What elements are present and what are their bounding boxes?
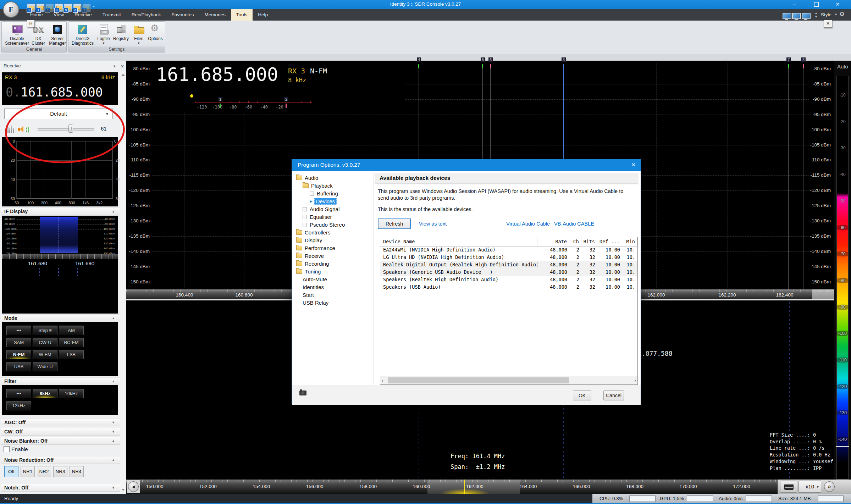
- if-display-header[interactable]: IF Display ▲: [1, 207, 120, 215]
- table-hscrollbar[interactable]: ‹›: [380, 376, 637, 385]
- tree-item-playback[interactable]: Playback: [303, 182, 333, 189]
- tree-item-controllers[interactable]: Controllers: [296, 229, 331, 236]
- colorbar-auto-label[interactable]: Auto: [834, 63, 851, 70]
- mode-button-[interactable]: •••: [6, 326, 31, 335]
- style-menu[interactable]: Style: [821, 12, 831, 17]
- table-row[interactable]: Speakers (USB Audio)48,00023210.0010.: [380, 283, 637, 291]
- noise-reduction-button-nr1[interactable]: NR1: [21, 466, 35, 477]
- quick-access-item-7[interactable]: 7: [82, 4, 91, 12]
- tree-item-tuning[interactable]: Tuning: [296, 268, 321, 275]
- view-as-text-link[interactable]: View as text: [419, 221, 447, 227]
- filter-button-12khz[interactable]: 12kHz: [6, 401, 31, 410]
- mode-button-wideu[interactable]: Wide-U: [33, 362, 57, 371]
- table-column-header[interactable]: Bits: [581, 237, 597, 246]
- mode-button-usb[interactable]: USB: [6, 362, 31, 371]
- camera-icon[interactable]: [299, 391, 306, 395]
- table-column-header[interactable]: Device Name: [380, 237, 537, 246]
- table-row[interactable]: LG Ultra HD (NVIDIA High Definition Audi…: [380, 254, 637, 261]
- quick-access-item-3[interactable]: 3: [45, 4, 54, 12]
- options-button[interactable]: ⚙Options: [142, 23, 168, 49]
- noise-reduction-button-nr2[interactable]: NR2: [37, 466, 51, 477]
- panel-collapse-icon[interactable]: ▼: [113, 62, 116, 71]
- quick-access-item-5[interactable]: 5: [64, 4, 72, 12]
- keyboard-entry-button[interactable]: [780, 481, 797, 493]
- table-column-header[interactable]: Rate: [537, 237, 569, 246]
- mode-button-cwu[interactable]: CW-U: [33, 338, 57, 347]
- gear-icon[interactable]: ⚙: [839, 11, 845, 18]
- mode-header[interactable]: Mode ▲: [1, 314, 120, 322]
- volume-slider[interactable]: [38, 128, 94, 131]
- quick-access-item-6[interactable]: 6: [73, 4, 82, 12]
- stack-arrows-icon[interactable]: ▲▼: [814, 11, 818, 18]
- tree-item-start[interactable]: Start: [303, 291, 314, 299]
- bottom-frequency-ruler[interactable]: 150.000152.000154.000156.000158.000160.0…: [126, 480, 851, 494]
- noise-blanker-header[interactable]: Noise Blanker: Off ▲: [1, 437, 120, 445]
- marker-flag-8[interactable]: 8: [801, 57, 806, 62]
- maximize-button[interactable]: [809, 0, 824, 9]
- noise-reduction-button-nr4[interactable]: NR4: [70, 466, 84, 477]
- table-column-header[interactable]: Ch: [569, 237, 581, 246]
- filter-button-10khz[interactable]: 10kHz: [59, 389, 84, 398]
- tab-help[interactable]: Help: [253, 9, 273, 21]
- vb-audio-cable-link[interactable]: VB-Audio CABLE: [554, 221, 594, 227]
- cw-header[interactable]: CW: Off ▼: [1, 428, 120, 436]
- tab-tools[interactable]: Tools: [231, 9, 253, 21]
- marker-flag-7[interactable]: 7: [786, 57, 791, 62]
- colorbar-marker-line[interactable]: [836, 446, 849, 447]
- scrollbar-thumb[interactable]: [388, 377, 569, 383]
- noise-reduction-header[interactable]: Noise Reduction: Off ▲: [1, 456, 120, 464]
- filter-header[interactable]: Filter ▲: [1, 377, 120, 385]
- profile-dropdown[interactable]: Default ▼: [4, 109, 113, 119]
- marker-flag-4[interactable]: 4: [417, 57, 421, 62]
- sidebar-scrollbar[interactable]: [120, 71, 126, 494]
- filter-button-[interactable]: •••: [6, 389, 31, 398]
- tree-item-audio[interactable]: Audio: [296, 174, 318, 182]
- dialog-close-icon[interactable]: ✕: [631, 162, 636, 168]
- devices-table[interactable]: Device NameRateChBitsDef ...MinEA244WMi …: [380, 237, 638, 385]
- speaker-icon[interactable]: [18, 124, 28, 134]
- noise-blanker-enable-checkbox[interactable]: [4, 446, 10, 452]
- table-row[interactable]: Speakers (Generic USB Audio Device )48,0…: [380, 268, 637, 276]
- scroll-right-icon[interactable]: »: [824, 481, 835, 492]
- mode-button-step[interactable]: Step ≡: [33, 326, 57, 335]
- scrollbar-left-icon[interactable]: ‹: [382, 378, 383, 383]
- quick-access-item-2[interactable]: 2: [36, 4, 45, 12]
- marker-flag-5[interactable]: 5: [481, 57, 485, 62]
- tree-item-equaliser[interactable]: Equaliser: [303, 213, 332, 221]
- noise-reduction-button-nr3[interactable]: NR3: [53, 466, 67, 477]
- style-chevron-icon[interactable]: ▼: [834, 13, 838, 16]
- tree-item-buffering[interactable]: Buffering: [310, 190, 338, 197]
- marker-flag-3[interactable]: 3: [562, 57, 566, 62]
- equalizer-bars-icon[interactable]: [6, 125, 14, 133]
- mode-button-lsb[interactable]: LSB: [59, 350, 84, 359]
- tree-item-identities[interactable]: Identities: [303, 283, 324, 291]
- table-row[interactable]: EA244WMi (NVIDIA High Definition Audio)4…: [380, 246, 637, 254]
- refresh-button[interactable]: Refresh: [378, 218, 411, 229]
- tree-item-devices[interactable]: ▶Devices: [310, 198, 337, 205]
- tab-favourites[interactable]: Favourites: [166, 9, 199, 21]
- if-filter-passband[interactable]: [40, 217, 78, 253]
- filter-button-8khz[interactable]: 8kHz: [33, 389, 57, 398]
- scroll-left-icon[interactable]: ◀: [128, 481, 139, 492]
- mode-button-am[interactable]: AM: [59, 326, 84, 335]
- table-row[interactable]: Realtek Digital Output (Realtek High Def…: [380, 261, 637, 268]
- server-manager-button[interactable]: ServerManager: [44, 23, 71, 49]
- scroll-up-icon[interactable]: [121, 74, 125, 76]
- mode-button-sam[interactable]: SAM: [6, 338, 31, 347]
- tree-item-performance[interactable]: Performance: [296, 244, 335, 252]
- tab-rec-playback[interactable]: Rec/Playback: [126, 9, 166, 21]
- rx-frequency[interactable]: 0.161.685.000: [6, 85, 103, 99]
- scroll-down-icon[interactable]: [121, 489, 125, 491]
- mode-button-bcfm[interactable]: BC-FM: [59, 338, 84, 347]
- scrollbar-right-icon[interactable]: ›: [635, 378, 636, 383]
- notch-header[interactable]: Notch: Off ▼: [1, 484, 120, 492]
- tree-item-usb-relay[interactable]: USB Relay: [303, 299, 328, 306]
- tree-item-recording[interactable]: Recording: [296, 260, 329, 267]
- step-x10-button[interactable]: x10▸: [798, 481, 821, 493]
- panel-close-icon[interactable]: ✕: [121, 62, 124, 71]
- marker-flag-2[interactable]: 2: [284, 97, 288, 101]
- agc-header[interactable]: AGC: Off ▼: [1, 419, 120, 426]
- mode-button-nfm[interactable]: N-FM: [6, 350, 31, 359]
- marker-flag-1[interactable]: 1: [218, 97, 222, 101]
- minimize-button[interactable]: –: [787, 0, 802, 9]
